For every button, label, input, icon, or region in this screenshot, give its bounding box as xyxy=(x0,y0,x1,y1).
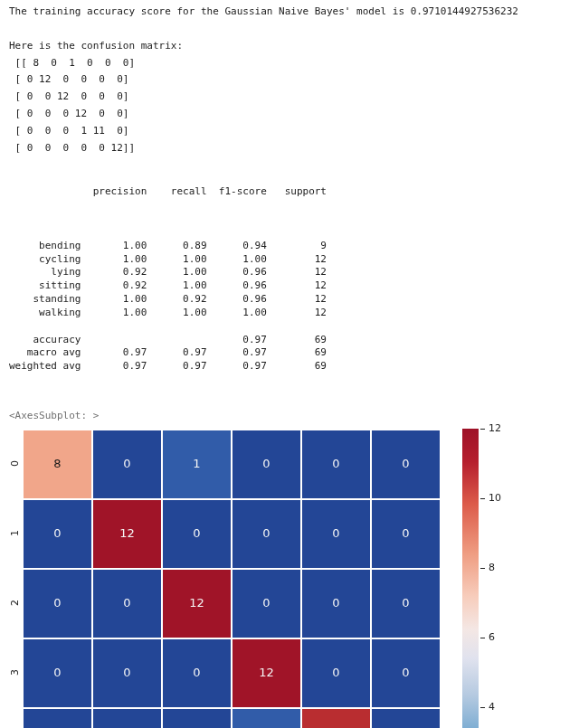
accuracy-line: The training accuracy score for the Gaus… xyxy=(9,5,570,19)
heatmap-cell: 0 xyxy=(301,638,371,708)
colorbar-gradient xyxy=(461,429,479,728)
confusion-matrix-text: [[ 8 0 1 0 0 0] [ 0 12 0 0 0 0] [ 0 0 12… xyxy=(9,57,570,156)
heatmap-cell: 1 xyxy=(232,708,301,728)
heatmap-cell: 0 xyxy=(23,569,92,638)
heatmap-cell: 0 xyxy=(23,638,92,708)
report-row: bending 1.00 0.89 0.94 9 xyxy=(9,240,570,253)
classification-report: precision recall f1-score support bendin… xyxy=(9,159,570,401)
heatmap-cell: 0 xyxy=(371,638,441,708)
heatmap-cell: 0 xyxy=(92,638,162,708)
axes-repr: <AxesSubplot: > xyxy=(9,410,570,423)
heatmap-cell: 12 xyxy=(232,638,301,708)
y-tick: 1 xyxy=(9,526,23,539)
heatmap-cell: 0 xyxy=(23,708,92,728)
report-row: lying 0.92 1.00 0.96 12 xyxy=(9,266,570,279)
heatmap-grid: 8010000120000001200000012000001110000001… xyxy=(22,429,441,728)
blank-line-1 xyxy=(9,23,570,36)
heatmap-cell: 0 xyxy=(232,569,301,638)
matrix-intro: Here is the confusion matrix: xyxy=(9,40,570,53)
y-axis-ticks: 012345 xyxy=(9,429,22,728)
matrix-text-row: [ 0 0 12 0 0 0] xyxy=(9,90,570,104)
y-tick: 0 xyxy=(9,457,23,469)
y-tick: 2 xyxy=(9,596,23,609)
report-row: weighted avg 0.97 0.97 0.97 69 xyxy=(9,360,570,373)
matrix-text-row: [ 0 12 0 0 0 0] xyxy=(9,73,570,87)
colorbar-tick: 10 xyxy=(480,492,501,506)
heatmap-cell: 11 xyxy=(301,708,371,728)
heatmap-cell: 0 xyxy=(301,499,371,569)
report-row: cycling 1.00 1.00 1.00 12 xyxy=(9,253,570,267)
heatmap-cell: 12 xyxy=(92,499,162,569)
report-row: standing 1.00 0.92 0.96 12 xyxy=(9,293,570,307)
report-row: walking 1.00 1.00 1.00 12 xyxy=(9,307,570,320)
report-header: precision recall f1-score support xyxy=(9,185,570,199)
heatmap-cell: 0 xyxy=(162,708,232,728)
report-row: accuracy 0.97 69 xyxy=(9,334,570,347)
heatmap-cell: 0 xyxy=(23,499,92,569)
colorbar: 024681012 xyxy=(461,429,511,728)
matrix-text-row: [ 0 0 0 0 0 12]] xyxy=(9,142,570,156)
heatmap-cell: 1 xyxy=(162,430,232,499)
heatmap-cell: 0 xyxy=(92,708,162,728)
report-row xyxy=(9,226,570,240)
heatmap-cell: 0 xyxy=(92,569,162,638)
y-tick: 3 xyxy=(9,666,23,678)
report-row: sitting 0.92 1.00 0.96 12 xyxy=(9,279,570,293)
heatmap-cell: 0 xyxy=(92,430,162,499)
matrix-text-row: [ 0 0 0 12 0 0] xyxy=(9,108,570,121)
heatmap-cell: 8 xyxy=(23,430,92,499)
matrix-text-row: [ 0 0 0 1 11 0] xyxy=(9,125,570,138)
heatmap-cell: 0 xyxy=(371,569,441,638)
heatmap-cell: 0 xyxy=(232,430,301,499)
heatmap-cell: 0 xyxy=(301,430,371,499)
colorbar-tick: 6 xyxy=(480,631,495,645)
heatmap-cell: 0 xyxy=(162,499,232,569)
matrix-text-row: [[ 8 0 1 0 0 0] xyxy=(9,57,570,71)
confusion-matrix-heatmap: 012345 801000012000000120000001200000111… xyxy=(9,429,552,728)
heatmap-cell: 0 xyxy=(162,638,232,708)
heatmap-cell: 0 xyxy=(371,499,441,569)
heatmap-cell: 12 xyxy=(162,569,232,638)
heatmap-cell: 0 xyxy=(232,499,301,569)
colorbar-tick: 8 xyxy=(480,562,495,575)
report-row: macro avg 0.97 0.97 0.97 69 xyxy=(9,346,570,360)
colorbar-ticks: 024681012 xyxy=(479,429,511,728)
heatmap-cell: 0 xyxy=(371,708,441,728)
heatmap-cell: 0 xyxy=(371,430,441,499)
report-row xyxy=(9,320,570,334)
colorbar-tick: 4 xyxy=(480,701,495,714)
heatmap-cell: 0 xyxy=(301,569,371,638)
colorbar-tick: 12 xyxy=(480,422,501,436)
